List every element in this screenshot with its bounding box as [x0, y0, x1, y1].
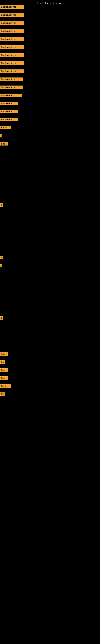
bottleneck-badge-12: Bottleneck	[0, 102, 18, 105]
bottleneck-badge-8: Bottleneck res	[0, 70, 24, 73]
bottleneck-badge-3: Bottleneck res	[0, 29, 24, 33]
bottleneck-badge-15: Bottle	[0, 126, 11, 130]
bottleneck-badge-23: Bo	[0, 360, 5, 364]
bottleneck-badge-5: Bottleneck res	[0, 45, 24, 49]
bottleneck-badge-25: Bott	[0, 376, 8, 380]
bottleneck-badge-19: B	[0, 256, 3, 259]
bottleneck-badge-6: Bottleneck res	[0, 53, 24, 57]
bottleneck-badge-17: Bott	[0, 142, 8, 146]
bottleneck-badge-13: Bottleneck	[0, 110, 18, 113]
bottleneck-badge-1: Bottleneck res	[0, 13, 24, 17]
bottleneck-badge-27: Bo	[0, 392, 5, 396]
bottleneck-badge-26: Bottle	[0, 384, 11, 388]
bottleneck-badge-24: Bott	[0, 368, 8, 372]
bottleneck-badge-7: Bottleneck res	[0, 62, 24, 65]
bottleneck-badge-9: Bottleneck re	[0, 78, 23, 81]
bottleneck-badge-22: Bott	[0, 352, 8, 356]
bottleneck-badge-4: Bottleneck res	[0, 37, 24, 41]
bottleneck-badge-18: B	[0, 203, 3, 207]
bottleneck-badge-11: Bottleneck n	[0, 94, 22, 97]
bottleneck-badge-21: B	[0, 316, 3, 320]
bottleneck-badge-10: Bottleneck re	[0, 86, 23, 89]
bottleneck-badge-16: |	[0, 134, 2, 138]
bottleneck-badge-20: |	[0, 264, 2, 267]
bottleneck-badge-14: Bottleneck	[0, 118, 18, 121]
bottleneck-badge-0: Bottleneck res	[0, 5, 24, 9]
bottleneck-badge-2: Bottleneck res	[0, 21, 24, 25]
